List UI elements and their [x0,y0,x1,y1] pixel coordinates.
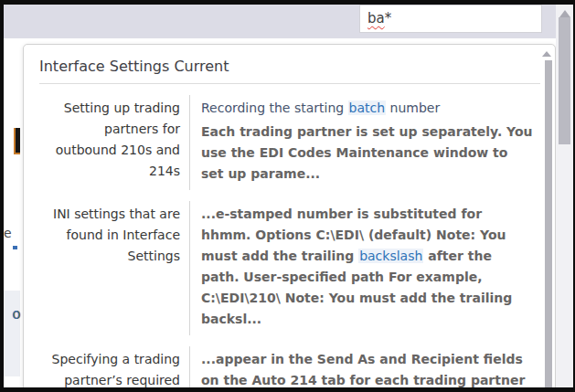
micro-title-text: number [386,101,440,115]
window-scroll-up-arrow-icon[interactable] [559,10,570,17]
result-micro-title[interactable]: Recording the starting batch number [201,98,533,119]
result-topic-title[interactable]: Specifying a trading partner’s required … [39,346,180,387]
search-term-highlight: backslash [358,249,423,263]
window-frame: ba* e o Interface Settings Current Setti… [0,0,575,392]
snippet-text: ...appear in the Send As and Recipient f… [201,352,525,387]
background-panel-fragment: o [4,291,20,376]
search-result-row[interactable]: INI settings that are found in Interface… [39,201,555,335]
search-result-row[interactable]: Specifying a trading partner’s required … [39,346,555,387]
popup-scroll-up-arrow-icon[interactable] [542,51,551,57]
popup-scrollbar-thumb[interactable] [545,60,552,387]
micro-title-text: Recording the starting [201,101,348,115]
result-snippet: ...appear in the Send As and Recipient f… [201,349,533,387]
search-input[interactable]: ba* [359,5,542,33]
result-detail: ...appear in the Send As and Recipient f… [189,346,555,387]
search-results-list: Setting up trading partners for outbound… [24,84,555,387]
background-text-fragment: o [12,306,20,323]
result-snippet: ...e-stamped number is substituted for h… [201,204,533,330]
window-scrollbar-thumb[interactable] [559,17,570,144]
result-detail: Recording the starting batch number Each… [189,95,555,190]
background-letter-fragment [14,128,20,154]
search-query-wildcard: * [385,10,392,26]
search-result-row[interactable]: Setting up trading partners for outbound… [39,95,555,190]
help-viewer-viewport: ba* e o Interface Settings Current Setti… [4,5,573,387]
background-link-fragment [13,246,17,249]
result-snippet: Each trading partner is set up separatel… [201,122,533,185]
search-results-popup: Interface Settings Current Setting up tr… [23,44,556,387]
result-topic-title[interactable]: INI settings that are found in Interface… [39,201,180,335]
search-query-text: ba [367,10,385,26]
result-detail: ...e-stamped number is substituted for h… [189,201,555,335]
popup-heading: Interface Settings Current [39,58,540,75]
window-scrollbar[interactable] [556,5,573,387]
result-topic-title[interactable]: Setting up trading partners for outbound… [39,95,180,190]
search-term-highlight: batch [348,101,387,115]
background-text-fragment: e [4,226,12,240]
